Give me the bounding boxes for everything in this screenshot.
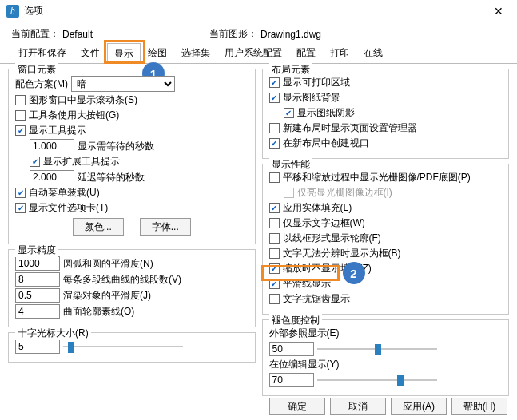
surface-lines-input[interactable]	[15, 304, 60, 319]
crosshair-slider[interactable]	[63, 340, 183, 353]
tab-draw[interactable]: 绘图	[141, 42, 174, 63]
arc-smooth-input[interactable]	[15, 256, 60, 271]
render-smooth-input[interactable]	[15, 288, 60, 303]
current-drawing-label: 当前图形：	[209, 27, 257, 41]
group-display-accuracy: 显示精度	[15, 244, 58, 257]
chk-no-fill-on-zoom[interactable]	[269, 263, 280, 274]
chk-text-frame-only[interactable]	[269, 218, 280, 228]
close-icon[interactable]: ✕	[487, 5, 511, 18]
current-drawing-value: Drawing1.dwg	[260, 29, 321, 40]
group-fade-control: 褪色度控制	[269, 314, 322, 327]
current-config-value: Default	[62, 29, 206, 40]
crosshair-size-input[interactable]	[15, 339, 60, 354]
color-scheme-select[interactable]: 暗	[71, 76, 175, 92]
xref-fade-slider[interactable]	[317, 343, 437, 355]
polyline-segs-input[interactable]	[15, 272, 60, 287]
inplace-fade-input[interactable]	[269, 373, 314, 387]
chk-paper-bg[interactable]	[269, 93, 280, 103]
chk-file-tabs[interactable]	[15, 203, 26, 213]
tab-selection[interactable]: 选择集	[174, 42, 217, 63]
chk-raster-frame-only	[284, 188, 294, 198]
tab-print[interactable]: 打印	[323, 42, 356, 63]
chk-printable-area[interactable]	[269, 77, 280, 88]
color-scheme-label: 配色方案(M)	[15, 77, 68, 91]
chk-extended-tooltips[interactable]	[30, 157, 40, 167]
window-title: 选项	[24, 4, 487, 18]
help-button[interactable]: 帮助(H)	[451, 398, 507, 415]
tab-user-sys[interactable]: 用户系统配置	[217, 42, 289, 63]
crosshair-label: 十字光标大小(R)	[15, 327, 91, 340]
tab-open-save[interactable]: 打开和保存	[11, 42, 74, 63]
app-icon: h	[6, 5, 19, 18]
ok-button[interactable]: 确定	[269, 398, 325, 415]
chk-wireframe-silhouette[interactable]	[269, 233, 280, 244]
group-layout-elements: 布局元素	[269, 63, 312, 77]
apply-button[interactable]: 应用(A)	[391, 398, 447, 415]
chk-create-viewport[interactable]	[269, 138, 280, 149]
xref-fade-input[interactable]	[269, 342, 314, 356]
group-display-performance: 显示性能	[269, 158, 312, 172]
group-window-elements: 窗口元素	[15, 63, 58, 77]
tooltip-wait-input[interactable]	[30, 139, 74, 153]
tab-display[interactable]: 显示	[107, 43, 141, 64]
fonts-button[interactable]: 字体...	[140, 218, 191, 236]
tab-online[interactable]: 在线	[356, 42, 390, 63]
current-config-label: 当前配置：	[11, 27, 59, 41]
chk-smooth-line[interactable]	[269, 279, 280, 289]
cancel-button[interactable]: 取消	[330, 398, 386, 415]
colors-button[interactable]: 颜色...	[73, 218, 124, 236]
tab-profiles[interactable]: 配置	[289, 42, 323, 63]
chk-tooltips[interactable]	[15, 125, 26, 136]
tooltip-delay-input[interactable]	[30, 170, 74, 184]
chk-autoload-menu[interactable]	[15, 188, 26, 198]
chk-large-buttons[interactable]	[15, 110, 26, 121]
chk-solid-fill[interactable]	[269, 203, 280, 213]
chk-page-setup-mgr[interactable]	[269, 123, 280, 133]
chk-paper-shadow[interactable]	[284, 108, 294, 118]
chk-scrollbars[interactable]	[15, 95, 26, 105]
xref-fade-label: 外部参照显示(E)	[269, 327, 340, 340]
chk-text-antialias[interactable]	[269, 294, 280, 304]
tab-files[interactable]: 文件	[74, 42, 107, 63]
chk-text-as-box[interactable]	[269, 248, 280, 259]
inplace-fade-label: 在位编辑显示(Y)	[269, 358, 340, 371]
tab-bar: 打开和保存 文件 显示 绘图 选择集 用户系统配置 配置 打印 在线	[0, 42, 517, 64]
inplace-fade-slider[interactable]	[317, 374, 437, 386]
chk-pan-zoom-raster[interactable]	[269, 172, 280, 183]
